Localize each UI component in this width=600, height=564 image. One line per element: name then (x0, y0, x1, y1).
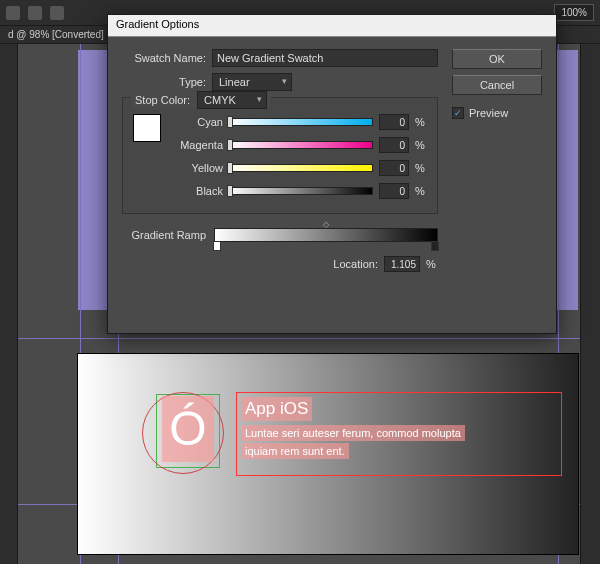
ok-button[interactable]: OK (452, 49, 542, 69)
tool-icon[interactable] (50, 6, 64, 20)
percent-label: % (415, 139, 427, 151)
preview-label: Preview (469, 107, 508, 119)
yellow-slider[interactable] (229, 164, 373, 172)
percent-label: % (426, 258, 438, 270)
stop-color-label: Stop Color: (135, 94, 190, 106)
midpoint-icon[interactable]: ◇ (323, 220, 329, 229)
gradient-ramp[interactable]: ◇ (214, 228, 438, 242)
slider-thumb[interactable] (227, 116, 233, 128)
ruler-vertical (0, 44, 18, 564)
text-frame[interactable]: App iOS Luntae seri auteser ferum, commo… (236, 392, 562, 476)
gradient-stop-start[interactable] (213, 241, 221, 251)
cyan-input[interactable] (379, 114, 409, 130)
preview-checkbox[interactable]: ✓ (452, 107, 464, 119)
color-swatch[interactable] (133, 114, 161, 142)
glyph-box: Ó (162, 396, 214, 462)
black-label: Black (171, 185, 223, 197)
headline: App iOS (241, 397, 312, 421)
black-input[interactable] (379, 183, 409, 199)
slider-thumb[interactable] (227, 185, 233, 197)
glyph: Ó (169, 405, 206, 453)
percent-label: % (415, 162, 427, 174)
cyan-label: Cyan (171, 116, 223, 128)
gradient-stop-end[interactable] (431, 241, 439, 251)
yellow-input[interactable] (379, 160, 409, 176)
body-line: iquiam rem sunt ent. (241, 443, 349, 459)
slider-thumb[interactable] (227, 139, 233, 151)
type-label: Type: (122, 76, 206, 88)
gradient-options-dialog: Gradient Options Swatch Name: Type: Line… (107, 14, 557, 334)
location-input[interactable] (384, 256, 420, 272)
cyan-slider[interactable] (229, 118, 373, 126)
slider-thumb[interactable] (227, 162, 233, 174)
yellow-label: Yellow (171, 162, 223, 174)
tool-icon[interactable] (6, 6, 20, 20)
swatch-name-input[interactable] (212, 49, 438, 67)
location-label: Location: (333, 258, 378, 270)
body-line: Luntae seri auteser ferum, commod molupt… (241, 425, 465, 441)
percent-label: % (415, 185, 427, 197)
cancel-button[interactable]: Cancel (452, 75, 542, 95)
black-slider[interactable] (229, 187, 373, 195)
swatch-name-label: Swatch Name: (122, 52, 206, 64)
zoom-level[interactable]: 100% (554, 4, 594, 21)
stop-color-section: Stop Color: CMYK Cyan % Magenta (122, 97, 438, 214)
type-dropdown[interactable]: Linear (212, 73, 292, 91)
gradient-ramp-label: Gradient Ramp (122, 229, 206, 241)
document-tab-label: d @ 98% [Converted] (8, 29, 104, 40)
magenta-slider[interactable] (229, 141, 373, 149)
panel-dock[interactable] (580, 44, 600, 564)
tool-icon[interactable] (28, 6, 42, 20)
percent-label: % (415, 116, 427, 128)
dialog-title: Gradient Options (108, 15, 556, 37)
magenta-label: Magenta (171, 139, 223, 151)
stop-color-dropdown[interactable]: CMYK (197, 91, 267, 109)
magenta-input[interactable] (379, 137, 409, 153)
guide[interactable] (18, 338, 600, 339)
toolbar-icons (6, 6, 64, 20)
